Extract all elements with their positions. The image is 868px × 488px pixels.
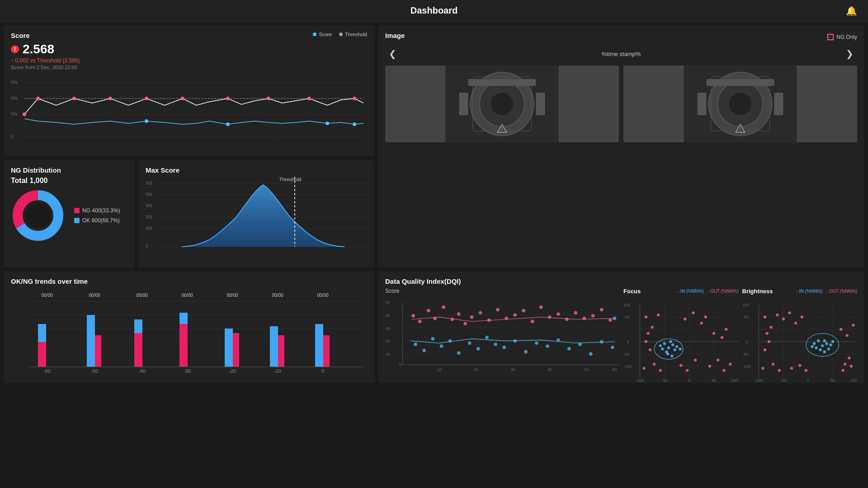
svg-rect-70 xyxy=(38,342,46,367)
donut-legend: NG 400(33.3%) OK 600(66.7%) xyxy=(74,207,120,224)
svg-text:NN: NN xyxy=(11,96,17,101)
legend-threshold: Threshold xyxy=(339,32,367,37)
max-score-chart: NN NN NN NN NN 0 Threshold xyxy=(146,177,367,258)
svg-point-241 xyxy=(831,340,834,343)
svg-point-116 xyxy=(457,312,461,316)
svg-point-202 xyxy=(723,369,726,371)
svg-text:60: 60 xyxy=(612,367,617,372)
svg-point-264 xyxy=(839,328,842,331)
svg-rect-31 xyxy=(468,79,536,86)
svg-point-146 xyxy=(513,339,517,343)
svg-point-115 xyxy=(451,318,454,321)
svg-rect-40 xyxy=(774,93,783,115)
svg-text:!: ! xyxy=(740,127,741,132)
donut-area: NG 400(33.3%) OK 600(66.7%) xyxy=(11,188,127,243)
brightness-in-legend: - IN (%NN%) xyxy=(797,289,823,294)
max-score-title: Max Score xyxy=(146,166,367,174)
svg-point-198 xyxy=(700,322,703,324)
ng-only-check[interactable]: NG Only xyxy=(827,34,857,40)
donut-chart xyxy=(11,188,65,243)
svg-point-263 xyxy=(767,340,770,343)
svg-point-248 xyxy=(771,363,774,366)
svg-text:-40: -40 xyxy=(138,368,146,374)
ok-legend-item: OK 600(66.7%) xyxy=(74,217,120,224)
svg-rect-29 xyxy=(459,93,468,115)
svg-rect-73 xyxy=(95,335,101,367)
ok-color-box xyxy=(74,218,80,223)
svg-point-195 xyxy=(659,369,662,371)
svg-point-152 xyxy=(578,343,582,346)
svg-rect-71 xyxy=(38,324,46,342)
timestamp-label: %time stamp% xyxy=(602,51,641,57)
svg-text:100: 100 xyxy=(742,303,749,307)
svg-point-150 xyxy=(557,338,560,342)
svg-point-17 xyxy=(353,97,356,100)
svg-point-265 xyxy=(845,334,848,337)
svg-point-193 xyxy=(653,363,656,366)
svg-text:NN: NN xyxy=(146,192,152,197)
bell-icon[interactable]: 🔔 xyxy=(846,5,857,16)
svg-point-133 xyxy=(600,308,604,312)
svg-point-187 xyxy=(670,355,673,357)
svg-text:0: 0 xyxy=(807,378,809,383)
svg-text:50: 50 xyxy=(584,367,589,372)
svg-text:-50: -50 xyxy=(91,368,98,374)
ng-dist-title: NG Distribution xyxy=(11,166,127,174)
svg-text:00/00: 00/00 xyxy=(89,293,100,298)
svg-text:100: 100 xyxy=(623,303,630,307)
svg-text:40: 40 xyxy=(385,313,390,318)
svg-text:0: 0 xyxy=(627,340,629,344)
svg-point-201 xyxy=(717,359,719,361)
svg-text:NN: NN xyxy=(146,203,152,208)
svg-text:20: 20 xyxy=(385,338,390,343)
svg-point-121 xyxy=(496,308,500,312)
svg-rect-80 xyxy=(270,326,278,367)
svg-point-185 xyxy=(661,347,664,350)
score-legend: Score Threshold xyxy=(313,32,367,37)
svg-point-21 xyxy=(353,122,356,126)
svg-point-20 xyxy=(326,122,329,125)
svg-text:!: ! xyxy=(501,127,503,132)
trend-panel: OK/NG trends over time 00/00 00/00 00/00… xyxy=(4,271,374,383)
svg-point-238 xyxy=(819,348,821,351)
svg-rect-41 xyxy=(707,79,774,86)
dqi-panel: Data Quality Index(DQI) Score 50 40 30 2… xyxy=(378,271,864,383)
svg-point-13 xyxy=(181,97,184,100)
ng-only-checkbox[interactable] xyxy=(827,34,834,40)
svg-text:50: 50 xyxy=(712,378,716,383)
svg-point-183 xyxy=(669,340,672,343)
svg-text:NN: NN xyxy=(146,226,152,231)
svg-text:-50: -50 xyxy=(661,378,667,383)
ng-legend-item: NG 400(33.3%) xyxy=(74,207,120,214)
svg-point-112 xyxy=(427,309,430,313)
prev-arrow[interactable]: ❮ xyxy=(385,47,400,61)
svg-text:100: 100 xyxy=(849,378,856,383)
svg-text:50: 50 xyxy=(830,378,835,383)
svg-text:50: 50 xyxy=(385,300,390,305)
next-arrow[interactable]: ❯ xyxy=(842,47,857,61)
image-panel: Image NG Only ❮ %time stamp% ❯ xyxy=(378,25,864,267)
svg-point-252 xyxy=(788,311,791,314)
svg-text:00/00: 00/00 xyxy=(226,293,238,298)
svg-point-258 xyxy=(849,365,852,367)
svg-point-245 xyxy=(769,326,772,328)
svg-point-114 xyxy=(442,305,445,309)
svg-point-132 xyxy=(591,314,595,318)
svg-point-153 xyxy=(589,352,593,356)
svg-point-35 xyxy=(729,93,752,115)
svg-text:50: 50 xyxy=(625,315,630,319)
svg-point-44 xyxy=(25,203,51,228)
svg-point-234 xyxy=(821,344,824,347)
svg-point-126 xyxy=(539,305,543,309)
svg-point-259 xyxy=(804,369,807,371)
header-title: Dashboard xyxy=(410,5,458,16)
dqi-score-label: Score xyxy=(385,288,619,294)
svg-rect-75 xyxy=(134,319,142,333)
ng-color-box xyxy=(74,208,80,213)
svg-point-188 xyxy=(679,347,681,350)
brightness-out-legend: - OUT (%NN%) xyxy=(826,289,857,294)
image-title: Image xyxy=(385,32,405,39)
focus-title: Focus xyxy=(623,288,641,295)
svg-point-134 xyxy=(609,319,612,322)
svg-text:0: 0 xyxy=(399,362,401,367)
